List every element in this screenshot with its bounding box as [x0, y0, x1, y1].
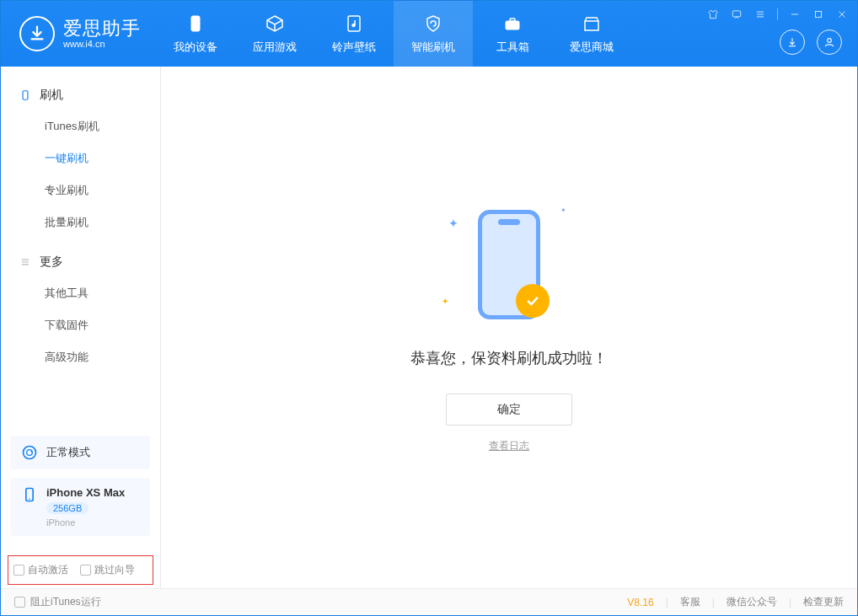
wechat-link[interactable]: 微信公众号 [727, 595, 777, 609]
sidebar-item-batch-flash[interactable]: 批量刷机 [1, 206, 160, 238]
app-header: 爱思助手 www.i4.cn 我的设备 应用游戏 铃声壁纸 智能刷机 工具箱 爱… [1, 1, 857, 67]
nav-label: 我的设备 [174, 40, 217, 55]
nav-tab-toolbox[interactable]: 工具箱 [473, 1, 552, 67]
app-logo: 爱思助手 www.i4.cn [1, 16, 156, 51]
sidebar-item-download-firmware[interactable]: 下载固件 [1, 309, 160, 341]
device-mode-label: 正常模式 [46, 445, 90, 460]
sidebar-group-label: 刷机 [40, 88, 63, 103]
svg-rect-6 [732, 11, 740, 17]
menu-icon[interactable] [753, 8, 767, 21]
checkbox-icon [14, 597, 25, 608]
success-check-icon [516, 284, 550, 318]
sparkle-icon: ✦ [560, 206, 566, 214]
sync-icon [21, 444, 38, 461]
sidebar-group-more: 更多 [1, 247, 160, 277]
nav-tab-device[interactable]: 我的设备 [156, 1, 235, 67]
highlighted-options-row: 自动激活 跳过向导 [8, 555, 153, 585]
success-illustration: ✦ ✦ ✦ [425, 201, 593, 328]
nav-label: 工具箱 [496, 40, 529, 55]
separator [777, 8, 778, 20]
main-content: ✦ ✦ ✦ 恭喜您，保资料刷机成功啦！ 确定 查看日志 [161, 67, 857, 588]
device-mode-card[interactable]: 正常模式 [11, 436, 150, 469]
shield-refresh-icon [422, 13, 444, 35]
svg-point-5 [828, 39, 832, 43]
view-log-link[interactable]: 查看日志 [489, 439, 529, 453]
version-label: V8.16 [627, 597, 653, 608]
nav-tab-ringtones[interactable]: 铃声壁纸 [314, 1, 394, 67]
checkbox-label: 自动激活 [28, 563, 68, 577]
user-button[interactable] [817, 29, 842, 55]
sparkle-icon: ✦ [442, 297, 448, 306]
device-type: iPhone [46, 517, 125, 528]
svg-point-2 [352, 24, 356, 27]
nav-label: 爱思商城 [570, 40, 614, 55]
sidebar-item-oneclick-flash[interactable]: 一键刷机 [1, 142, 160, 174]
sidebar-group-label: 更多 [40, 254, 63, 270]
device-capacity-badge: 256GB [46, 502, 88, 514]
success-message: 恭喜您，保资料刷机成功啦！ [410, 348, 608, 368]
device-info-card[interactable]: iPhone XS Max 256GB iPhone [11, 478, 150, 536]
sparkle-icon: ✦ [448, 217, 458, 230]
toolbox-icon [501, 13, 523, 35]
download-button[interactable] [780, 29, 805, 55]
block-itunes-checkbox[interactable]: 阻止iTunes运行 [14, 595, 101, 609]
sidebar-item-other-tools[interactable]: 其他工具 [1, 277, 160, 309]
sidebar-item-pro-flash[interactable]: 专业刷机 [1, 174, 160, 206]
svg-rect-4 [510, 19, 515, 21]
sidebar-group-flash: 刷机 [1, 80, 160, 110]
nav-label: 铃声壁纸 [332, 40, 376, 55]
sidebar-item-itunes-flash[interactable]: iTunes刷机 [1, 110, 160, 142]
sidebar-item-advanced[interactable]: 高级功能 [1, 341, 160, 373]
device-name: iPhone XS Max [46, 486, 125, 499]
separator: | [789, 597, 791, 608]
skin-icon[interactable] [706, 8, 720, 21]
sidebar: 刷机 iTunes刷机 一键刷机 专业刷机 批量刷机 更多 其他工具 下载固件 … [1, 67, 161, 588]
cube-icon [264, 13, 286, 35]
app-subtitle: www.i4.cn [63, 39, 141, 50]
minimize-button[interactable] [788, 8, 802, 21]
device-icon [185, 13, 206, 35]
svg-rect-7 [816, 12, 822, 18]
auto-activate-checkbox[interactable]: 自动激活 [13, 563, 68, 577]
svg-rect-8 [23, 91, 28, 100]
checkbox-label: 阻止iTunes运行 [30, 595, 101, 609]
device-phone-icon [21, 486, 38, 503]
customer-service-link[interactable]: 客服 [680, 595, 700, 609]
checkbox-icon [80, 565, 91, 576]
separator: | [712, 597, 715, 608]
check-update-link[interactable]: 检查更新 [803, 595, 844, 609]
nav-tab-apps[interactable]: 应用游戏 [235, 1, 314, 67]
svg-point-9 [24, 447, 36, 459]
skip-guide-checkbox[interactable]: 跳过向导 [80, 563, 135, 577]
nav-label: 智能刷机 [411, 40, 455, 55]
status-bar: 阻止iTunes运行 V8.16 | 客服 | 微信公众号 | 检查更新 [1, 588, 857, 615]
svg-rect-3 [506, 21, 519, 29]
feedback-icon[interactable] [730, 8, 743, 21]
nav-tabs: 我的设备 应用游戏 铃声壁纸 智能刷机 工具箱 爱思商城 [156, 1, 631, 67]
nav-label: 应用游戏 [253, 40, 297, 55]
checkbox-icon [13, 565, 24, 576]
store-icon [581, 13, 603, 35]
app-title: 爱思助手 [63, 18, 141, 39]
svg-rect-0 [191, 16, 200, 31]
checkbox-label: 跳过向导 [94, 563, 135, 577]
nav-tab-store[interactable]: 爱思商城 [552, 1, 631, 67]
music-file-icon [343, 13, 365, 35]
maximize-button[interactable] [812, 8, 825, 21]
list-icon [19, 256, 31, 268]
separator: | [666, 597, 668, 608]
logo-icon [19, 16, 55, 51]
close-button[interactable] [835, 8, 849, 21]
phone-icon [19, 89, 31, 101]
ok-button[interactable]: 确定 [446, 394, 572, 426]
nav-tab-flash[interactable]: 智能刷机 [394, 1, 473, 67]
svg-point-11 [29, 498, 30, 500]
